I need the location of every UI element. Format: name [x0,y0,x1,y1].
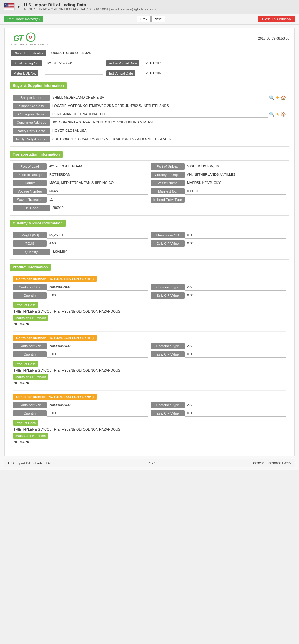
container-3-number-value: HOTU1404238 ( CN / L / HH ) [48,395,94,399]
flag-dropdown-icon[interactable]: ▼ [17,5,20,9]
container-2-size-label: Container Size [13,343,47,349]
esti-cif-field: Esti. CIF Value 0.00 [151,240,286,247]
page-title: U.S. Import Bill of Lading Data [24,2,156,7]
consignee-search-icon[interactable]: 🔍 [269,112,274,117]
buyer-supplier-section: Buyer & Supplier Information Shipper Nam… [10,81,289,147]
consignee-star-icon[interactable]: ★ [276,112,280,117]
actual-arrival-value: 20160207 [143,60,288,66]
port-row: Port of Load 42157, ROTTERDAM Port of Un… [13,163,286,170]
document-area: G T O GLOBAL TRADE ONLINE LIMITED 2017-0… [4,28,295,456]
shipper-name-row: Shipper Name SHELL NEDERLAND CHEMIE BV 🔍… [13,94,286,101]
shipper-address-row: Shipper Address LOCATIE MOERDIJKCHEMIEWE… [13,103,286,109]
container-2-cif-label: Esti. CIF Value [151,351,185,357]
quantity-value: 3.00(LBK) [50,248,286,255]
container-2-type-field: Container Type 2270 [151,343,286,349]
container-1-size-type-row: Container Size 2000*806*800 Container Ty… [13,284,286,291]
quantity-price-header: Quantity & Price Information [10,220,66,227]
place-of-receipt-label: Place of Receipt [13,172,47,178]
measure-field: Measure in CM 0.00 [151,232,286,239]
bol-value: MSCURZ577249 [45,60,103,66]
container-1-prod-desc-header: Product Desc [13,300,286,309]
hs-code-row: HS Code 290919 [13,205,286,211]
in-bond-entry-label: In-bond Entry Type [151,197,185,203]
company-name-logo: GLOBAL TRADE ONLINE LIMITED [10,44,48,46]
product-info-header: Product Information [10,264,51,271]
hs-code-label: HS Code [13,205,50,211]
container-2-prod-desc-label: Product Desc [13,361,38,367]
logo-row: G T O GLOBAL TRADE ONLINE LIMITED 2017-0… [10,31,289,46]
shipper-home-icon[interactable]: 🏠 [281,95,286,100]
vessel-name-field: Vessel Name MAERSK KENTUCKY [151,180,286,186]
container-1-type-label: Container Type [151,284,185,290]
prev-button[interactable]: Prev [137,16,151,22]
weight-field: Weight (KG) 65,250.00 [13,232,148,239]
container-2-qty-value: 1.00 [47,351,148,358]
manifest-no-value: 000001 [185,188,286,195]
container-2-prod-desc-value: TRIETHYLENE GLYCOL TRIETHYLENE GLYCOL NO… [13,368,286,373]
voyage-number-label: Voyage Number [13,188,47,194]
container-2-number-value: HGTU2403939 ( CN / L / HH ) [48,336,94,340]
manifest-no-field: Manifest No. 000001 [151,188,286,195]
country-of-origin-label: Country of Origin [151,172,185,178]
voyage-number-field: Voyage Number 603W [13,188,148,195]
place-of-receipt-field: Place of Receipt ROTTERDAM [13,171,148,178]
hs-code-value: 290919 [50,205,286,211]
way-of-transport-field: Way of Transport 11 [13,196,148,203]
container-1-type-field: Container Type 2270 [151,284,286,291]
container-2-cif-value: 0.00 [185,351,286,358]
consignee-name-row: Consignee Name HUNTSMAN INTERNATIONAL LL… [13,111,286,118]
actual-arrival-label: Actual Arrival Date [106,60,139,66]
mater-bol-table: Mater BOL No. Esti Arrival Date 20160206 [10,69,289,77]
buyer-supplier-header: Buyer & Supplier Information [10,82,67,89]
print-button[interactable]: Print Trade Record(s) [4,16,43,22]
timestamp: 2017-06-09 08:53:58 [258,37,289,40]
container-1-cif-value: 0.00 [185,292,286,299]
container-2-marks-value: NO MARKS [13,381,286,385]
mater-bol-value [45,72,103,75]
receipt-origin-row: Place of Receipt ROTTERDAM Country of Or… [13,171,286,178]
shipper-address-label: Shipper Address [13,103,50,109]
close-button[interactable]: Close This Window [258,16,295,22]
place-of-receipt-value: ROTTERDAM [47,171,148,178]
shipper-name-label: Shipper Name [13,95,50,101]
shipper-search-icon[interactable]: 🔍 [269,95,274,100]
container-2-marks-header: Marks and Numbers [13,373,286,381]
mater-bol-label: Mater BOL No. [11,70,38,76]
container-3-cif-field: Esti. CIF Value 0.00 [151,410,286,417]
global-data-identity-label: Global Data Identity [11,50,46,56]
container-1-size-label: Container Size [13,284,47,290]
esti-arrival-value: 20160206 [143,70,288,76]
teus-cif-row: TEUS 4.50 Esti. CIF Value 0.00 [13,240,286,247]
container-3-size-type-row: Container Size 2000*806*800 Container Ty… [13,402,286,408]
consignee-name-icons: 🔍 ★ 🏠 [269,112,286,117]
vessel-name-value: MAERSK KENTUCKY [185,180,286,186]
voyage-manifest-row: Voyage Number 603W Manifest No. 000001 [13,188,286,195]
quantity-price-section: Quantity & Price Information Weight (KG)… [10,219,289,260]
teus-field: TEUS 4.50 [13,240,148,247]
title-bar: ★★★★★★ ★★★★★ ★★★★★★ ★★★★★ ★★★★★★ ▼ U.S. … [0,0,299,14]
consignee-name-value: HUNTSMAN INTERNATIONAL LLC [50,111,268,118]
product-info-section: Product Information Container Number HOT… [10,263,289,448]
container-3-number-label-text: Container Number [16,395,46,399]
container-1-marks-header: Marks and Numbers [13,314,286,322]
container-1-type-value: 2270 [185,284,286,291]
container-1-cif-field: Esti. CIF Value 0.00 [151,292,286,299]
port-of-unload-value: 5301, HOUSTON, TX [185,163,286,170]
container-1-qty-field: Quantity 1.00 [13,292,148,299]
container-2-block: Container Number HGTU2403939 ( CN / L / … [13,331,286,385]
vessel-name-label: Vessel Name [151,180,185,186]
consignee-address-row: Consignee Address 101 CONCRETE STREET HO… [13,119,286,126]
container-3-qty-value: 1.00 [47,410,148,417]
footer-page-info: 1 / 1 [149,461,156,465]
consignee-home-icon[interactable]: 🏠 [281,112,286,117]
footer-right: 600320160209000312325 [252,461,291,465]
voyage-number-value: 603W [47,188,148,195]
shipper-star-icon[interactable]: ★ [276,95,280,100]
container-1-qty-cif-row: Quantity 1.00 Esti. CIF Value 0.00 [13,292,286,299]
company-logo: G T O GLOBAL TRADE ONLINE LIMITED [10,31,48,46]
next-button[interactable]: Next [151,16,165,22]
page-subtitle: GLOBAL TRADE ONLINE LIMITED ( Tel: 400-7… [24,7,156,11]
notify-party-address-row: Notify Party Address SUITE 200 2100 SPAC… [13,136,286,142]
global-data-identity-value: 600320160209000312325 [49,50,288,56]
container-1-prod-desc-value: TRIETHYLENE GLYCOL TRIETHYLENE GLYCOL NO… [13,309,286,314]
